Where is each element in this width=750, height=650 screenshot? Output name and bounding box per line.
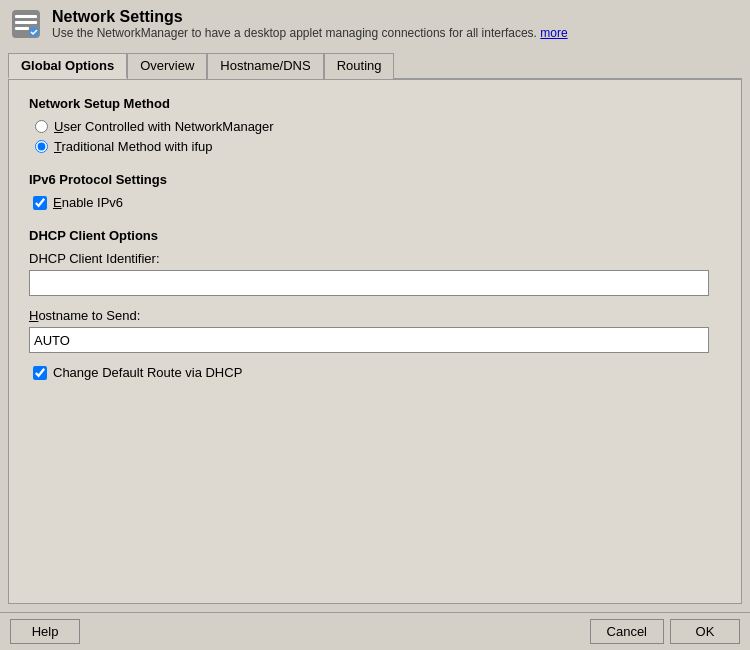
dhcp-identifier-input[interactable]: [29, 270, 709, 296]
network-setup-radio-group: User Controlled with NetworkManager Trad…: [35, 119, 721, 154]
svg-rect-2: [15, 21, 37, 24]
dhcp-hostname-group: Hostname to Send:: [29, 308, 721, 353]
svg-rect-3: [15, 27, 29, 30]
tab-hostname-dns[interactable]: Hostname/DNS: [207, 53, 323, 79]
change-route-checkbox[interactable]: [33, 366, 47, 380]
window-title: Network Settings: [52, 8, 568, 26]
title-bar: Network Settings Use the NetworkManager …: [0, 0, 750, 46]
radio-user-controlled-input[interactable]: [35, 120, 48, 133]
change-route-checkbox-label[interactable]: Change Default Route via DHCP: [33, 365, 721, 380]
radio-user-controlled-label: User Controlled with NetworkManager: [54, 119, 274, 134]
dhcp-title: DHCP Client Options: [29, 228, 721, 243]
tab-bar: Global Options Overview Hostname/DNS Rou…: [8, 52, 742, 80]
dhcp-identifier-label: DHCP Client Identifier:: [29, 251, 721, 266]
enable-ipv6-checkbox-label[interactable]: Enable IPv6: [33, 195, 721, 210]
radio-traditional-input[interactable]: [35, 140, 48, 153]
svg-rect-1: [15, 15, 37, 18]
title-text-area: Network Settings Use the NetworkManager …: [52, 8, 568, 40]
change-route-label: Change Default Route via DHCP: [53, 365, 242, 380]
app-icon: [10, 8, 42, 40]
help-button[interactable]: Help: [10, 619, 80, 644]
ipv6-title: IPv6 Protocol Settings: [29, 172, 721, 187]
radio-traditional-label: Traditional Method with ifup: [54, 139, 213, 154]
enable-ipv6-label: Enable IPv6: [53, 195, 123, 210]
radio-user-controlled[interactable]: User Controlled with NetworkManager: [35, 119, 721, 134]
tab-content-global-options: Network Setup Method User Controlled wit…: [8, 80, 742, 604]
radio-traditional[interactable]: Traditional Method with ifup: [35, 139, 721, 154]
dhcp-section: DHCP Client Options DHCP Client Identifi…: [29, 228, 721, 380]
cancel-button[interactable]: Cancel: [590, 619, 664, 644]
ipv6-section: IPv6 Protocol Settings Enable IPv6: [29, 172, 721, 210]
window-subtitle: Use the NetworkManager to have a desktop…: [52, 26, 568, 40]
tab-routing[interactable]: Routing: [324, 53, 395, 79]
dhcp-identifier-group: DHCP Client Identifier:: [29, 251, 721, 296]
ok-button[interactable]: OK: [670, 619, 740, 644]
tab-overview[interactable]: Overview: [127, 53, 207, 79]
main-container: Global Options Overview Hostname/DNS Rou…: [0, 46, 750, 612]
dhcp-hostname-input[interactable]: [29, 327, 709, 353]
network-setup-title: Network Setup Method: [29, 96, 721, 111]
tab-global-options[interactable]: Global Options: [8, 53, 127, 79]
button-bar: Help Cancel OK: [0, 612, 750, 650]
enable-ipv6-checkbox[interactable]: [33, 196, 47, 210]
ok-cancel-group: Cancel OK: [590, 619, 740, 644]
more-link[interactable]: more: [540, 26, 567, 40]
dhcp-hostname-label: Hostname to Send:: [29, 308, 721, 323]
network-setup-section: Network Setup Method User Controlled wit…: [29, 96, 721, 154]
